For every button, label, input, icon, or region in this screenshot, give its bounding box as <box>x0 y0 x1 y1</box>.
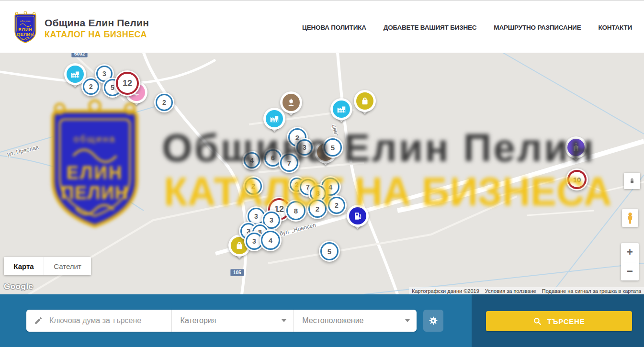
chevron-down-icon <box>405 319 410 322</box>
map-type-control: Карта Сателит <box>4 257 91 275</box>
svg-text:община: община <box>20 20 31 22</box>
cluster-marker[interactable]: 4 <box>242 151 261 170</box>
cluster-count: 7 <box>287 159 291 167</box>
attribution-report-link[interactable]: Подаване на сигнал за грешка в картата <box>539 288 644 294</box>
map-type-satellite-button[interactable]: Сателит <box>44 257 91 275</box>
cluster-marker[interactable]: 8 <box>285 200 307 222</box>
main-nav: ЦЕНОВА ПОЛИТИКА ДОБАВЕТЕ ВАШИЯТ БИЗНЕС М… <box>302 1 632 54</box>
church-icon <box>567 139 585 156</box>
cluster-count: 6 <box>271 154 275 162</box>
cluster-count: 2 <box>316 205 319 213</box>
municipality-crest-icon: община ЕЛИН ПЕЛИН <box>12 11 39 45</box>
nav-pricing[interactable]: ЦЕНОВА ПОЛИТИКА <box>302 24 366 31</box>
category-select[interactable]: Категория <box>172 310 294 332</box>
zoom-control: + − <box>621 243 639 280</box>
cluster-marker[interactable]: 3 <box>295 138 314 157</box>
map-lock-button[interactable] <box>624 173 640 189</box>
search-button-label: ТЪРСЕНЕ <box>547 317 585 325</box>
map-type-map-button[interactable]: Карта <box>4 257 44 275</box>
cluster-count: 5 <box>328 247 331 256</box>
category-select-label: Категория <box>181 316 216 325</box>
worker-icon <box>282 94 300 111</box>
cluster-marker[interactable]: 7 <box>279 152 300 173</box>
svg-text:ПЕЛИН: ПЕЛИН <box>17 32 34 37</box>
gear-icon <box>428 315 439 326</box>
cluster-count: 5 <box>111 84 114 91</box>
zoom-out-button[interactable]: − <box>621 262 639 281</box>
cluster-marker[interactable]: 5 <box>322 137 343 158</box>
cluster-count: 4 <box>269 236 272 245</box>
cluster-count: 10 <box>573 176 581 184</box>
cluster-count: 2 <box>162 99 166 106</box>
pin-circle <box>565 136 587 158</box>
pin-circle <box>330 98 352 120</box>
pin-circle <box>347 205 369 227</box>
cluster-marker[interactable]: 2 <box>307 198 328 219</box>
search-settings-button[interactable] <box>423 310 443 332</box>
svg-text:ЕЛИН: ЕЛИН <box>18 27 32 32</box>
cluster-count: 5 <box>331 144 335 152</box>
cluster-count: 3 <box>252 237 256 245</box>
header: община ЕЛИН ПЕЛИН Община Елин Пелин КАТА… <box>0 0 644 53</box>
page: община ЕЛИН ПЕЛИН Община Елин Пелин КАТА… <box>0 0 644 347</box>
cluster-marker[interactable]: 12 <box>114 70 140 96</box>
keyword-search-input[interactable] <box>48 316 171 325</box>
google-logo[interactable]: Google <box>4 282 34 291</box>
road-badge-105: 105 <box>230 269 244 276</box>
chevron-down-icon <box>282 319 286 322</box>
zoom-in-button[interactable]: + <box>621 243 639 262</box>
attribution-terms-link[interactable]: Условия за ползване <box>482 288 539 294</box>
nav-contacts[interactable]: КОНТАКТИ <box>598 24 632 31</box>
cluster-count: 2 <box>335 201 339 209</box>
site-title-block: Община Елин Пелин КАТАЛОГ НА БИЗНЕСА <box>45 17 149 40</box>
cluster-count: 3 <box>270 216 273 224</box>
map-attribution: Картографски данни ©2019 Условия за полз… <box>409 287 644 294</box>
cluster-count: 4 <box>328 183 332 191</box>
attribution-data: Картографски данни ©2019 <box>409 288 482 294</box>
site-logo[interactable]: община ЕЛИН ПЕЛИН Община Елин Пелин КАТА… <box>12 11 149 45</box>
road-badge-6002: 6002 <box>71 53 88 57</box>
pegman-icon <box>625 212 635 224</box>
search-icon <box>533 317 542 326</box>
cluster-marker[interactable]: 5 <box>319 241 340 262</box>
cluster-count: 2 <box>251 182 255 190</box>
cluster-count: 8 <box>294 207 298 215</box>
cluster-marker[interactable]: 10 <box>566 168 588 190</box>
search-button[interactable]: ТЪРСЕНЕ <box>486 311 632 331</box>
fuel-icon <box>349 207 366 224</box>
cluster-count: 3 <box>102 70 106 78</box>
factory-icon <box>333 101 350 118</box>
pencil-icon <box>34 316 43 325</box>
location-select[interactable]: Местоположение <box>294 310 417 332</box>
cluster-marker[interactable]: 2 <box>327 195 347 215</box>
pin-circle <box>280 91 302 113</box>
nav-route-schedule[interactable]: МАРШРУТНО РАЗПИСАНИЕ <box>494 24 581 31</box>
cluster-count: 2 <box>89 83 93 90</box>
cluster-count: 4 <box>250 157 254 164</box>
cluster-marker[interactable]: 2 <box>243 176 263 196</box>
pin-circle <box>263 108 285 130</box>
cluster-marker[interactable]: 4 <box>260 229 282 251</box>
cluster-count: 8 <box>316 190 320 197</box>
lock-icon <box>628 177 636 185</box>
cluster-count: 12 <box>123 78 132 89</box>
factory-icon <box>67 66 84 83</box>
search-bar: Категория Местоположение <box>26 310 417 332</box>
site-title: Община Елин Пелин <box>45 17 149 29</box>
location-select-label: Местоположение <box>302 316 363 325</box>
cluster-count: 3 <box>303 144 306 151</box>
search-panel: Категория Местоположение <box>0 294 644 347</box>
site-subtitle: КАТАЛОГ НА БИЗНЕСА <box>45 30 149 40</box>
cluster-count: 3 <box>254 213 258 220</box>
keyword-section <box>26 310 171 332</box>
pin-circle <box>354 90 376 112</box>
cluster-marker[interactable]: 2 <box>154 92 174 112</box>
shopping-bag-icon <box>356 92 373 110</box>
street-view-pegman-button[interactable] <box>622 209 638 227</box>
nav-add-business[interactable]: ДОБАВЕТЕ ВАШИЯТ БИЗНЕС <box>384 24 477 31</box>
map-canvas[interactable]: ул. Преслав бул. „Новосел ции“ 6002 105 … <box>0 53 644 294</box>
factory-icon <box>266 110 283 127</box>
